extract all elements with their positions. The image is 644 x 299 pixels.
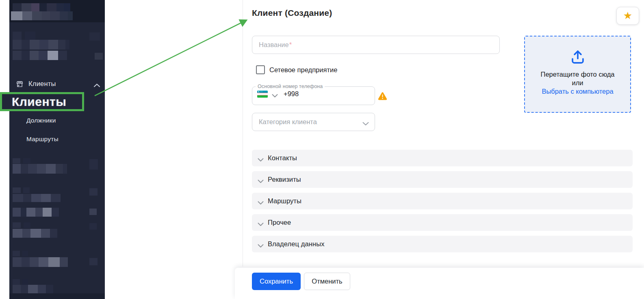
panel-divider — [243, 0, 243, 267]
redacted-block — [13, 222, 30, 228]
annotation-highlight-box: Клиенты — [0, 92, 84, 111]
star-icon: ★ — [623, 11, 632, 21]
phone-field[interactable]: Основной номер телефона — [252, 84, 375, 105]
storefront-icon — [15, 80, 24, 88]
save-button[interactable]: Сохранить — [252, 273, 301, 290]
network-enterprise-row: Сетевое предприятие — [256, 65, 337, 75]
name-placeholder: Название — [259, 41, 289, 49]
warning-icon — [378, 92, 387, 101]
dropzone-text-or: или — [572, 79, 583, 87]
page-title: Клиент (Создание) — [252, 8, 332, 18]
redacted-block — [13, 194, 61, 202]
chevron-down-icon — [258, 178, 264, 182]
accordion-label: Реквизиты — [268, 176, 301, 183]
redacted-block — [13, 257, 68, 267]
redacted-block — [13, 3, 70, 11]
accordion-contacts[interactable]: Контакты — [252, 150, 633, 166]
chevron-down-icon — [258, 156, 264, 160]
sidebar-item-routes[interactable]: Маршруты — [26, 136, 95, 145]
redacted-block — [89, 223, 97, 230]
network-checkbox[interactable] — [256, 65, 265, 74]
redacted-block — [89, 159, 98, 170]
redacted-block — [11, 11, 73, 20]
sidebar-item-label: Клиенты — [28, 80, 56, 88]
upload-icon — [570, 49, 586, 65]
accordion-data-owner[interactable]: Владелец данных — [252, 236, 633, 252]
chevron-down-icon — [362, 120, 369, 124]
redacted-block — [13, 208, 59, 217]
redacted-block — [13, 285, 53, 294]
app-window: Клиенты Должники Маршруты — [0, 0, 644, 299]
redacted-block — [89, 258, 98, 265]
chevron-down-icon — [258, 242, 264, 246]
redacted-block — [13, 164, 67, 174]
redacted-block — [13, 51, 67, 60]
redacted-block — [13, 229, 57, 238]
accordion-label: Маршруты — [268, 197, 301, 205]
chevron-down-icon — [258, 199, 264, 203]
chevron-down-icon — [258, 221, 264, 225]
redacted-block — [13, 158, 30, 163]
accordion-label: Контакты — [268, 154, 297, 162]
sidebar-header-redacted — [9, 0, 105, 22]
accordion-label: Владелец данных — [268, 240, 325, 248]
redacted-block — [89, 209, 97, 215]
sidebar-item-debtors[interactable]: Должники — [26, 117, 95, 127]
favorite-button[interactable]: ★ — [616, 7, 639, 25]
phone-input[interactable]: +998 — [284, 90, 299, 98]
accordion-requisites[interactable]: Реквизиты — [252, 171, 633, 188]
category-select[interactable]: Категория клиента — [252, 113, 375, 131]
chevron-down-icon[interactable] — [272, 92, 278, 96]
network-checkbox-label: Сетевое предприятие — [269, 66, 337, 74]
accordion-routes[interactable]: Маршруты — [252, 193, 633, 209]
photo-dropzone[interactable]: Перетащите фото сюда или Выбрать с компь… — [524, 36, 631, 113]
form-footer: Сохранить Отменить — [235, 268, 644, 299]
chevron-up-icon[interactable] — [93, 82, 100, 86]
redacted-block — [89, 32, 100, 41]
redacted-block — [13, 187, 30, 193]
accordion-other[interactable]: Прочее — [252, 214, 633, 231]
sidebar-item-clients[interactable]: Клиенты — [9, 78, 105, 90]
name-input[interactable]: Название* — [252, 36, 500, 54]
redacted-block — [89, 188, 98, 196]
redacted-block — [13, 251, 28, 256]
sidebar-bottom-strip — [9, 293, 105, 299]
redacted-block — [13, 32, 35, 40]
dropzone-text: Перетащите фото сюда — [541, 71, 615, 78]
sidebar: Клиенты Должники Маршруты — [9, 0, 105, 299]
required-mark: * — [289, 41, 292, 49]
cancel-button[interactable]: Отменить — [304, 273, 350, 290]
redacted-block — [95, 53, 103, 60]
category-placeholder: Категория клиента — [259, 118, 362, 126]
phone-field-label: Основной номер телефона — [256, 84, 325, 89]
redacted-block — [13, 279, 28, 285]
annotation-zoom-label: Клиенты — [12, 95, 66, 109]
choose-from-computer-link[interactable]: Выбрать с компьютера — [542, 88, 613, 95]
redacted-block — [13, 40, 69, 49]
uzbekistan-flag-icon[interactable] — [257, 90, 268, 98]
accordion-label: Прочее — [268, 219, 291, 226]
